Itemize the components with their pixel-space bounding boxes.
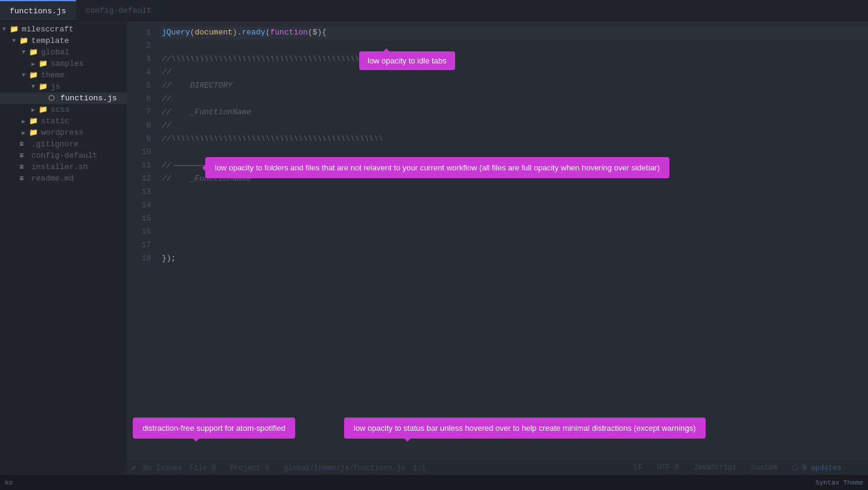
- tooltip-distraction: distraction-free support for atom-spotif…: [133, 417, 295, 439]
- line-numbers: 1 2 3 4 5 6 7 8 9 10 11 12 13 14 15 16 1…: [127, 21, 156, 460]
- editor-area[interactable]: 1 2 3 4 5 6 7 8 9 10 11 12 13 14 15 16 1…: [127, 21, 868, 475]
- code-content: 1 2 3 4 5 6 7 8 9 10 11 12 13 14 15 16 1…: [127, 21, 868, 460]
- folder-icon: 📁: [29, 128, 39, 137]
- code-line-8: //: [161, 119, 868, 132]
- updates[interactable]: ⬡ 9 updates: [792, 463, 849, 472]
- folder-icon: 📁: [29, 71, 39, 80]
- sidebar-item-readme[interactable]: ≡ readme.md: [0, 173, 127, 184]
- chevron-icon: ▼: [22, 49, 29, 56]
- sidebar-item-wordpress[interactable]: ▶ 📁 wordpress: [0, 127, 127, 138]
- file-label: File 0: [190, 464, 223, 472]
- code-lines: jQuery(document).ready(function($){ //\\…: [156, 21, 868, 460]
- file-path: global/theme/js/functions.js: [284, 464, 406, 472]
- cursor-position: 1:1: [413, 464, 426, 472]
- chevron-icon: ▼: [12, 37, 19, 44]
- chevron-icon: ▼: [22, 72, 29, 79]
- folder-icon: 📁: [39, 82, 48, 91]
- code-line-2: [161, 39, 868, 53]
- tooltip-tab: low opacity to idle tabs: [359, 51, 455, 70]
- sidebar-item-label: wordpress: [41, 128, 83, 137]
- tooltip-statusbar: low opacity to status bar unless hovered…: [344, 417, 706, 439]
- sidebar-item-functions-js[interactable]: ⬡ functions.js: [0, 92, 127, 104]
- sidebar-item-label: js: [51, 82, 60, 91]
- folder-icon: 📁: [39, 105, 48, 114]
- sidebar-item-label: installer.sh: [31, 163, 88, 172]
- sidebar-item-label: theme: [41, 71, 65, 80]
- sidebar-item-scss[interactable]: ▶ 📁 scss: [0, 104, 127, 115]
- no-issues-label: No Issues: [143, 464, 182, 472]
- file-icon: ≡: [19, 175, 29, 183]
- chevron-icon: ▶: [31, 106, 39, 114]
- main-area: ▼ 📁 milesccraft ▼ 📁 template ▼ 📁 global …: [0, 21, 868, 475]
- chevron-icon: ▶: [22, 129, 29, 137]
- sidebar: ▼ 📁 milesccraft ▼ 📁 template ▼ 📁 global …: [0, 21, 127, 475]
- status-right: LF UTF-8 JavaScript custom ⬡ 9 updates: [634, 463, 856, 472]
- sidebar-item-label: functions.js: [60, 94, 117, 103]
- code-line-16: [161, 225, 868, 239]
- code-line-1: jQuery(document).ready(function($){: [161, 26, 868, 39]
- sidebar-item-label: template: [31, 36, 69, 45]
- chevron-icon: ▶: [22, 118, 29, 125]
- code-line-9: //\\\\\\\\\\\\\\\\\\\\\\\\\\\\\\\\\\\\\\…: [161, 132, 868, 146]
- tab-inactive-label: config-default: [86, 6, 152, 15]
- file-js-icon: ⬡: [48, 94, 58, 103]
- sidebar-item-label: milesccraft: [22, 25, 74, 34]
- sidebar-item-milesccraft[interactable]: ▼ 📁 milesccraft: [0, 24, 127, 35]
- indent: custom: [752, 463, 777, 472]
- code-line-17: [161, 239, 868, 252]
- chevron-icon: ▼: [2, 26, 10, 33]
- file-icon: ≡: [19, 163, 29, 172]
- sidebar-item-label: global: [41, 48, 69, 57]
- folder-icon: 📁: [29, 117, 39, 126]
- code-line-13: [161, 185, 868, 199]
- charset: UTF-8: [657, 463, 679, 472]
- bottom-bar: ko Syntax Theme: [0, 475, 868, 490]
- chevron-icon: ▶: [31, 60, 39, 68]
- chevron-icon: ▼: [31, 83, 39, 90]
- sidebar-item-label: samples: [51, 59, 84, 68]
- bottom-right-label: Syntax Theme: [815, 479, 863, 486]
- sidebar-item-theme[interactable]: ▼ 📁 theme: [0, 69, 127, 81]
- code-line-5: // DIRECTORY: [161, 79, 868, 92]
- sidebar-item-label: scss: [51, 105, 69, 114]
- tab-active-label: functions.js: [10, 7, 66, 16]
- file-icon: ≡: [19, 152, 29, 160]
- sidebar-item-samples[interactable]: ▶ 📁 samples: [0, 58, 127, 69]
- code-line-7: // _FunctionName: [161, 106, 868, 119]
- code-line-3: //\\\\\\\\\\\\\\\\\\\\\\\\\\\\\\\\\\\\\\…: [161, 53, 868, 66]
- sidebar-item-static[interactable]: ▶ 📁 static: [0, 115, 127, 127]
- bottom-left: ko: [5, 479, 13, 486]
- sidebar-item-label: readme.md: [31, 174, 74, 183]
- sidebar-item-config-default[interactable]: ≡ config-default: [0, 150, 127, 161]
- encoding: LF: [634, 463, 642, 472]
- tab-bar: functions.js config-default: [0, 0, 868, 21]
- project-label: Project 0: [230, 464, 276, 472]
- sidebar-item-template[interactable]: ▼ 📁 template: [0, 35, 127, 47]
- folder-icon: 📁: [39, 59, 48, 68]
- status-bar: ✓ No Issues File 0 Project 0 global/them…: [127, 460, 868, 475]
- code-line-18: });: [161, 252, 868, 265]
- sidebar-item-gitignore[interactable]: ≡ .gitignore: [0, 138, 127, 150]
- sidebar-item-label: config-default: [31, 151, 97, 160]
- language: JavaScript: [694, 463, 737, 472]
- folder-icon: 📁: [19, 36, 29, 45]
- folder-icon: 📁: [10, 25, 19, 34]
- code-line-6: //: [161, 92, 868, 106]
- sidebar-item-js[interactable]: ▼ 📁 js: [0, 81, 127, 92]
- sidebar-item-installer[interactable]: ≡ installer.sh: [0, 161, 127, 173]
- bottom-right: Syntax Theme: [815, 479, 863, 486]
- no-issues-icon: ✓: [132, 463, 136, 472]
- folder-icon: 📁: [29, 48, 39, 57]
- tab-config-default[interactable]: config-default: [76, 0, 161, 21]
- code-line-4: //: [161, 66, 868, 79]
- tooltip-sidebar: low opacity to folders and files that ar…: [205, 157, 669, 178]
- tab-functions-js[interactable]: functions.js: [0, 0, 76, 21]
- sidebar-item-label: static: [41, 117, 69, 126]
- file-icon: ≡: [19, 140, 29, 149]
- code-line-14: [161, 199, 868, 212]
- bottom-left-label: ko: [5, 479, 13, 486]
- sidebar-item-global[interactable]: ▼ 📁 global: [0, 47, 127, 58]
- sidebar-item-label: .gitignore: [31, 140, 78, 149]
- code-line-15: [161, 212, 868, 225]
